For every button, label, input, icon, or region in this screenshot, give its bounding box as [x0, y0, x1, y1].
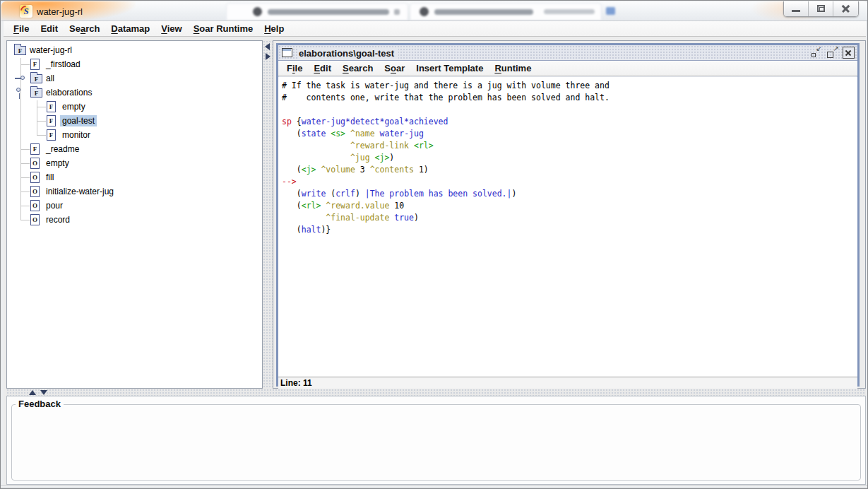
tree-row: Fempty	[7, 100, 262, 114]
tree-item-readme[interactable]: _readme	[44, 143, 81, 155]
code-editor[interactable]: # If the task is water-jug and there is …	[278, 77, 857, 377]
main-menubar: FileEditSearchDatamapViewSoar RuntimeHel…	[4, 21, 866, 37]
maximize-button[interactable]	[809, 1, 833, 16]
tree-item-firstload[interactable]: _firstload	[44, 59, 83, 70]
tree-item-all[interactable]: all	[44, 73, 57, 84]
background-browser-tabs	[1, 1, 868, 20]
menu-view[interactable]: View	[155, 22, 187, 35]
menu-file[interactable]: File	[8, 22, 35, 35]
menu-search[interactable]: Search	[64, 22, 105, 35]
expand-handle-icon[interactable]	[15, 71, 28, 86]
project-tree-panel[interactable]: Fwater-jug-rlF_firstloadFallFelaboration…	[6, 40, 263, 389]
tree-connector	[20, 220, 30, 220]
editor-frame-title: elaborations\goal-test	[297, 48, 398, 59]
tree-connector	[37, 107, 46, 107]
code-line: -->	[282, 176, 857, 188]
horizontal-split-divider[interactable]	[6, 389, 866, 396]
tree-item-record[interactable]: record	[44, 214, 72, 225]
feedback-border	[11, 404, 861, 481]
collapse-left-arrow[interactable]	[265, 43, 270, 50]
blurred-tab-title	[434, 9, 533, 15]
file-f-icon: F	[30, 59, 40, 70]
vertical-split-divider[interactable]	[263, 40, 273, 389]
collapse-up-arrow[interactable]	[29, 390, 36, 395]
window-bottom-border	[1, 485, 867, 488]
frame-minimize-button[interactable]: ↙	[810, 47, 822, 59]
folder-f-icon: F	[30, 88, 42, 98]
blurred-tab-title	[268, 9, 389, 15]
collapse-right-arrow[interactable]	[266, 53, 270, 60]
file-f-icon: F	[30, 143, 40, 155]
tree-item-fill[interactable]: fill	[44, 172, 56, 183]
frame-maximize-button[interactable]: ↗	[826, 47, 838, 59]
menu-search[interactable]: Search	[337, 61, 379, 75]
tab-favicon	[253, 7, 262, 16]
main-content: Fwater-jug-rlF_firstloadFallFelaboration…	[4, 37, 866, 487]
blurred-tab-title	[544, 9, 595, 14]
tab-close-icon[interactable]	[394, 9, 400, 15]
soar-letter: S	[20, 5, 32, 18]
code-line: ^final-update true)	[282, 212, 857, 224]
menu-datamap[interactable]: Datamap	[105, 22, 155, 35]
tree-item-initialize-water-jug[interactable]: initialize-water-jug	[44, 186, 116, 197]
tree-row: Fwater-jug-rl	[7, 43, 262, 57]
tree-item-monitor[interactable]: monitor	[60, 129, 93, 141]
tree-item-goal-test[interactable]: goal-test	[60, 115, 97, 126]
tree-item-empty[interactable]: empty	[60, 101, 88, 112]
document-window-icon	[282, 48, 292, 57]
tree-connector	[20, 177, 30, 178]
window-controls	[783, 1, 859, 17]
window-titlebar[interactable]: S water-jug-rl	[1, 1, 868, 21]
tree-connector	[20, 163, 30, 164]
menu-edit[interactable]: Edit	[308, 61, 337, 75]
editor-frame-titlebar[interactable]: elaborations\goal-test ↙ ↗	[278, 45, 857, 61]
menu-edit[interactable]: Edit	[35, 22, 64, 35]
tree-item-empty[interactable]: empty	[44, 158, 71, 169]
code-line: (write (crlf) |The problem has been solv…	[282, 188, 857, 200]
menu-soar-runtime[interactable]: Soar Runtime	[188, 22, 259, 35]
application-window: S water-jug-rl FileEditSearchDatamapView…	[0, 0, 868, 489]
tree-connector	[37, 135, 46, 136]
menu-file[interactable]: File	[281, 61, 308, 75]
maximize-square	[827, 52, 833, 58]
soar-app-icon: S	[20, 5, 32, 18]
editor-status-line: Line: 11	[278, 377, 857, 389]
code-line: (state <s> ^name water-jug	[282, 128, 857, 140]
tree-connector	[20, 149, 30, 150]
close-button[interactable]	[833, 1, 858, 16]
collapse-down-arrow[interactable]	[40, 390, 47, 395]
file-o-icon: O	[30, 186, 40, 197]
feedback-panel[interactable]: Feedback	[6, 396, 866, 485]
file-o-icon: O	[30, 214, 40, 225]
code-line: (halt)}	[282, 224, 857, 236]
minimize-arrow-icon: ↙	[816, 45, 822, 52]
menu-help[interactable]: Help	[258, 22, 290, 35]
tree-row: F_readme	[7, 142, 262, 156]
tree-connector	[37, 121, 46, 122]
menu-soar[interactable]: Soar	[379, 61, 410, 75]
tree-row: Fmonitor	[7, 128, 262, 142]
maximize-icon	[817, 5, 825, 12]
desktop-pane: elaborations\goal-test ↙ ↗ FileEditSearc…	[273, 40, 866, 389]
code-line: sp {water-jug*detect*goal*achieved	[282, 116, 857, 128]
tree-item-pour[interactable]: pour	[44, 200, 65, 211]
folder-f-icon: F	[30, 74, 42, 83]
file-o-icon: O	[30, 200, 40, 211]
menu-insert-template[interactable]: Insert Template	[410, 61, 489, 75]
tree-row: Ofill	[7, 170, 262, 184]
tree-item-water-jug-rl[interactable]: water-jug-rl	[28, 45, 74, 56]
tree-connector	[20, 64, 30, 65]
frame-close-button[interactable]	[843, 47, 855, 59]
tree-row: F_firstload	[7, 57, 262, 71]
file-f-icon: F	[47, 129, 56, 141]
collapse-handle-icon[interactable]	[15, 86, 28, 100]
maximize-arrow-icon: ↗	[833, 45, 839, 52]
tab-favicon	[420, 7, 429, 16]
code-line: ^jug <j>)	[282, 152, 857, 164]
editor-frame-controls: ↙ ↗	[810, 47, 855, 59]
feedback-title: Feedback	[16, 399, 64, 409]
minimize-button[interactable]	[784, 1, 809, 16]
menu-runtime[interactable]: Runtime	[489, 61, 537, 75]
tree-item-elaborations[interactable]: elaborations	[44, 87, 94, 98]
file-f-icon: F	[47, 101, 56, 112]
